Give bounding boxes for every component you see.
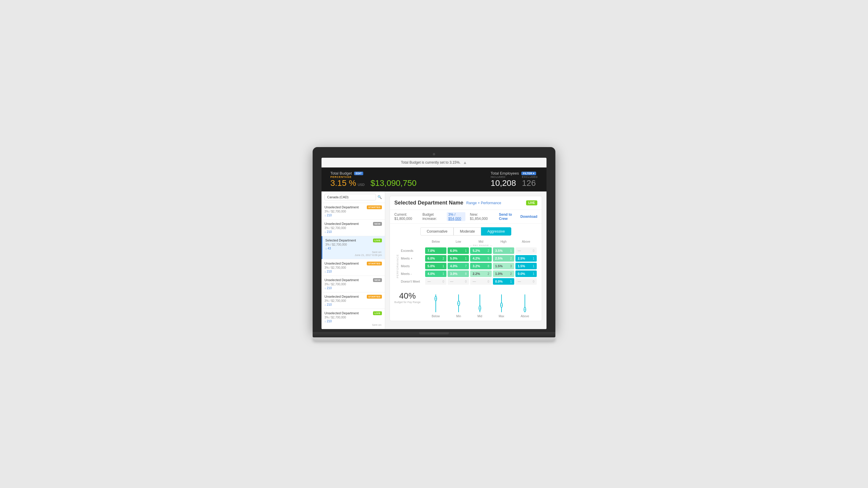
list-item[interactable]: Unselected Department LIVE 3% / $2,700,0…: [321, 309, 385, 329]
percentage-label: PERCENTAGE: [330, 175, 416, 178]
cell-exceeds-mid: 5.2%2: [470, 248, 491, 254]
cell-doesntmeet-high: 0.0%1: [493, 278, 514, 285]
cell-meetsplus-mid: 4.2%5: [470, 255, 491, 262]
title-area: Selected Department Name Range + Perform…: [394, 200, 501, 206]
slider-handle-min[interactable]: −: [457, 301, 460, 306]
col-header-high: High: [492, 239, 515, 244]
banner-text: Total Budget is currently set to 3.15%.: [401, 160, 460, 165]
cell-doesntmeet-low: —0: [447, 278, 469, 285]
table-row: Doesn't Meet —0 —0: [394, 278, 537, 285]
card-header: Selected Department Name Range + Perform…: [390, 196, 542, 210]
sidebar: 🔍 Unselected Department STARTED 3% / $2,…: [321, 192, 385, 329]
budget-increase-label: Budget increase:: [423, 213, 442, 221]
tab-conservative[interactable]: Conservative: [421, 227, 454, 235]
laptop: Total Budget is currently set to 3.15%. …: [313, 147, 555, 341]
screen-bezel: Total Budget is currently set to 3.15%. …: [313, 147, 555, 332]
row-label-meets-minus: Meets -: [401, 270, 425, 278]
included-label: INCLUDED: [491, 175, 516, 178]
banner: Total Budget is currently set to 3.15%. …: [321, 158, 547, 167]
budget-numbers: 3.15 % USD $13,090,750: [330, 178, 416, 188]
slider-col-above: − Above: [521, 294, 529, 318]
col-header-below: Below: [425, 239, 447, 244]
cell-exceeds-below: 7.0%: [425, 248, 446, 254]
list-item[interactable]: Unselected Department STARTED 3% / $2,70…: [321, 292, 385, 309]
slider-label-above: Above: [521, 315, 529, 318]
search-input[interactable]: [324, 194, 376, 200]
row-label-doesnt-meet: Doesn't Meet: [401, 278, 425, 285]
cell-meetsplus-low: 5.0%1: [447, 255, 469, 262]
row-label-meets: Meets: [401, 262, 425, 270]
performance-label: PERFORMANCE: [394, 247, 401, 285]
budget-info: 40% Budget for Pay Range: [394, 291, 421, 304]
filter-button[interactable]: FILTER ▾: [521, 172, 536, 175]
list-item[interactable]: Unselected Department NEW 3% / $2,700,00…: [321, 276, 385, 292]
list-item[interactable]: Unselected Department NEW 3% / $2,700,00…: [321, 220, 385, 236]
tab-aggressive[interactable]: Aggressive: [481, 227, 511, 235]
table-row: Meets + 6.0%2 5.0%1: [394, 255, 537, 262]
live-badge: LIVE: [526, 200, 537, 205]
banner-chevron-icon[interactable]: ▲: [463, 160, 467, 165]
camera: [433, 153, 435, 155]
screen: Total Budget is currently set to 3.15%. …: [321, 158, 547, 329]
table-row: Meets - 4.0%1 3.0%8: [394, 270, 537, 278]
cell-meetsplus-above: 2.5%1: [516, 255, 537, 262]
excluded-label: EXCLUDED: [522, 175, 538, 178]
cell-exceeds-low: 6.0%1: [447, 248, 469, 254]
laptop-base: [313, 332, 555, 337]
cell-meets-mid: 3.2%8: [470, 263, 491, 269]
list-item[interactable]: Unselected Department STARTED 3% / $2,70…: [321, 203, 385, 220]
cell-exceeds-above: —0: [516, 248, 537, 254]
slider-col-max: − Max: [499, 294, 504, 318]
total-budget-section: Total Budget EDIT PERCENTAGE 3.15 % USD …: [330, 171, 416, 188]
download-link[interactable]: Download: [521, 215, 537, 219]
range-perf-link[interactable]: Range + Performance: [466, 201, 501, 205]
slider-col-below: − Below: [432, 294, 440, 318]
table-row: PERFORMANCE Exceeds 7.0%: [394, 247, 537, 255]
cell-meetsminus-below: 4.0%1: [425, 270, 446, 277]
department-card: Selected Department Name Range + Perform…: [390, 196, 542, 321]
slider-handle-below[interactable]: −: [435, 296, 437, 301]
usd-value: $13,090,750: [370, 178, 416, 188]
excluded-value: 126: [522, 178, 538, 188]
new-budget: New: $1,854,000: [470, 213, 490, 221]
budget-sub-label: Budget for Pay Range: [394, 301, 421, 304]
matrix-container: Below Low Mid High Above — PAY RANGE —: [390, 239, 542, 288]
excluded-group: EXCLUDED 126: [522, 175, 538, 188]
usd-label: USD: [358, 183, 365, 187]
employees-title: Total Employees FILTER ▾: [491, 171, 538, 175]
current-budget: Current: $1,800,000: [394, 213, 418, 221]
send-to-crew-link[interactable]: Send to Crew: [499, 213, 516, 221]
employees-info: Total Employees FILTER ▾ INCLUDED 10,208…: [491, 171, 538, 188]
slider-label-max: Max: [499, 315, 504, 318]
row-label-meets-plus: Meets +: [401, 255, 425, 262]
cell-meets-low: 4.0%7: [447, 263, 469, 269]
list-item[interactable]: Selected Department LIVE 3% / $2,700,000…: [321, 236, 385, 259]
cell-meets-above: 1.5%1: [516, 263, 537, 269]
card-meta: Current: $1,800,000 Budget increase: 3% …: [390, 210, 542, 224]
strategy-tabs: Conservative Moderate Aggressive: [390, 227, 542, 235]
main-content: 🔍 Unselected Department STARTED 3% / $2,…: [321, 192, 547, 329]
cell-meetsminus-mid: 2.2%2: [470, 270, 491, 277]
search-icon[interactable]: 🔍: [377, 195, 382, 199]
col-header-low: Low: [447, 239, 469, 244]
edit-button[interactable]: EDIT: [354, 172, 363, 175]
matrix-table: Below Low Mid High Above — PAY RANGE —: [394, 239, 537, 285]
slider-label-mid: Mid: [477, 315, 482, 318]
slider-col-mid: − Mid: [477, 294, 482, 318]
search-bar: 🔍: [321, 192, 385, 203]
cell-meetsminus-high: 1.0%2: [493, 270, 514, 277]
col-header-above: Above: [515, 239, 537, 244]
employee-numbers: INCLUDED 10,208 EXCLUDED 126: [491, 175, 538, 188]
cell-doesntmeet-mid: —0: [470, 278, 491, 285]
list-item[interactable]: Unselected Department STARTED 3% / $2,70…: [321, 259, 385, 276]
col-header-mid: Mid: [469, 239, 492, 244]
header: Total Budget EDIT PERCENTAGE 3.15 % USD …: [321, 167, 547, 192]
tab-moderate[interactable]: Moderate: [454, 227, 481, 235]
laptop-stand: [313, 337, 555, 341]
total-employees-section: Total Employees FILTER ▾ INCLUDED 10,208…: [491, 171, 538, 188]
slider-col-min: − Min: [456, 294, 461, 318]
slider-handle-max[interactable]: −: [500, 302, 503, 308]
slider-handle-above[interactable]: −: [524, 307, 526, 312]
slider-handle-mid[interactable]: −: [479, 305, 482, 311]
cell-doesntmeet-below: —0: [425, 278, 446, 285]
